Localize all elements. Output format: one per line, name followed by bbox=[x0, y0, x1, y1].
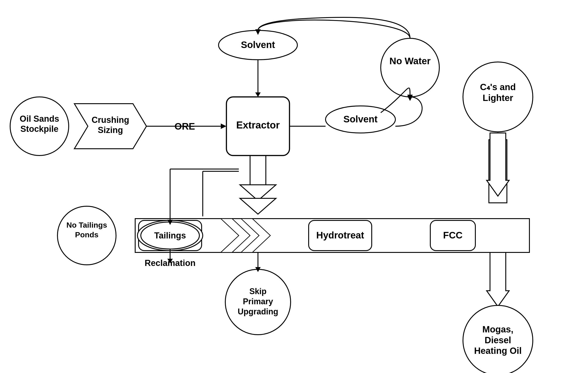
svg-text:Skip: Skip bbox=[249, 287, 266, 296]
svg-text:Diesel: Diesel bbox=[485, 335, 511, 345]
svg-text:Primary: Primary bbox=[243, 297, 273, 306]
svg-text:FCC: FCC bbox=[443, 230, 462, 240]
svg-text:Oil Sands: Oil Sands bbox=[20, 114, 59, 124]
svg-text:Tailings: Tailings bbox=[154, 231, 186, 240]
svg-text:Mogas,: Mogas, bbox=[482, 324, 514, 334]
svg-text:Solvent: Solvent bbox=[343, 114, 378, 124]
process-diagram: Oil Sands Stockpile Crushing Sizing ORE … bbox=[0, 0, 588, 373]
svg-text:Hydrotreat: Hydrotreat bbox=[316, 230, 364, 240]
svg-text:C₄'s and: C₄'s and bbox=[480, 82, 516, 92]
svg-text:Sizing: Sizing bbox=[98, 125, 123, 135]
svg-point-16 bbox=[381, 38, 439, 97]
svg-text:No Water: No Water bbox=[389, 56, 431, 66]
svg-text:Upgrading: Upgrading bbox=[238, 307, 278, 316]
svg-text:Heating Oil: Heating Oil bbox=[474, 346, 522, 356]
svg-text:No Tailings: No Tailings bbox=[66, 221, 107, 229]
svg-text:Solvent: Solvent bbox=[241, 39, 275, 50]
svg-text:Stockpile: Stockpile bbox=[21, 124, 59, 134]
svg-text:Ponds: Ponds bbox=[75, 230, 98, 239]
svg-text:Lighter: Lighter bbox=[483, 93, 513, 103]
svg-text:Crushing: Crushing bbox=[92, 115, 129, 125]
svg-text:Extractor: Extractor bbox=[236, 119, 280, 130]
